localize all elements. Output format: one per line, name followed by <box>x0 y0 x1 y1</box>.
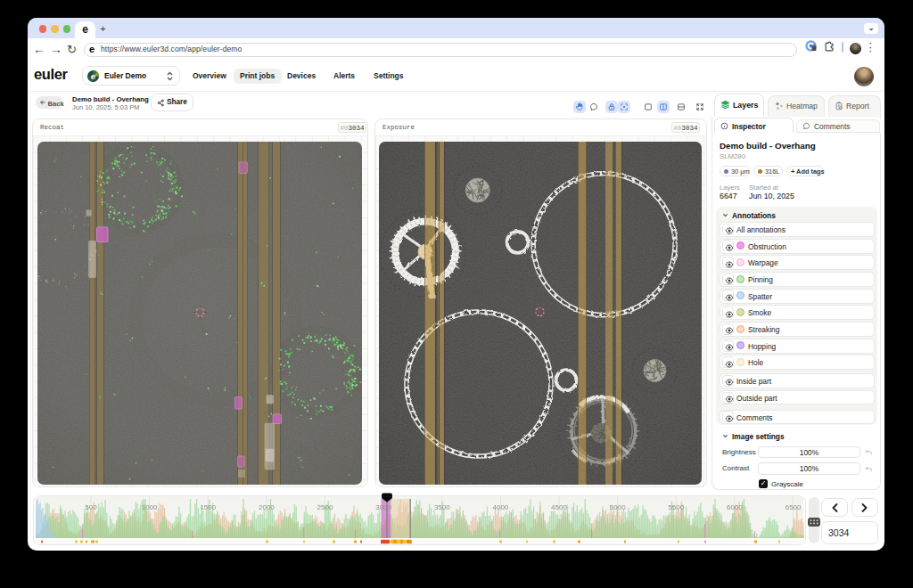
svg-text:e: e <box>91 70 95 80</box>
